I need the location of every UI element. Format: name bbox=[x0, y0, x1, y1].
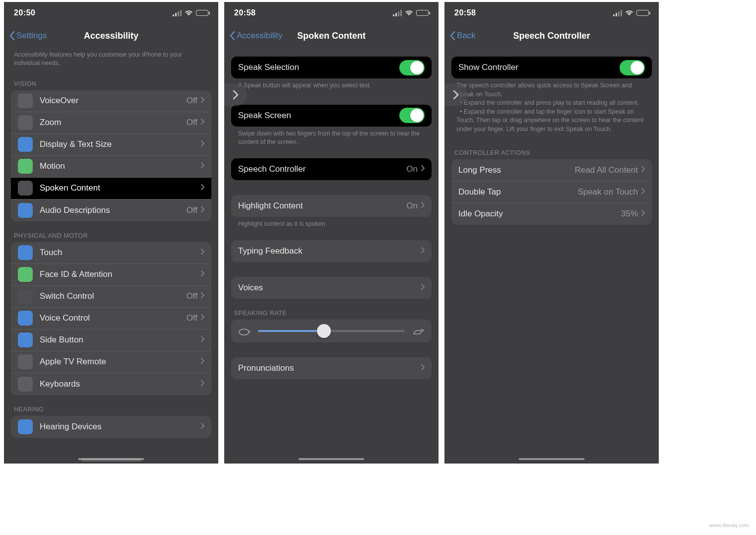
chevron-left-icon bbox=[9, 31, 15, 41]
back-button[interactable]: Accessibility bbox=[229, 31, 283, 41]
list: Show Controller bbox=[451, 57, 652, 78]
row-icon bbox=[18, 377, 33, 392]
turtle-icon bbox=[238, 327, 251, 335]
chevron bbox=[421, 201, 425, 210]
list: Pronunciations bbox=[231, 357, 432, 379]
home-indicator[interactable] bbox=[299, 458, 365, 460]
settings-row[interactable]: Voice ControlOff bbox=[11, 308, 211, 330]
row-label: Idle Opacity bbox=[458, 209, 621, 219]
row-label: Speech Controller bbox=[238, 164, 406, 174]
row-label: Spoken Content bbox=[40, 183, 200, 193]
chevron-right-icon bbox=[200, 140, 204, 147]
toggle-row[interactable]: Show Controller bbox=[451, 57, 652, 78]
row-label: Display & Text Size bbox=[40, 139, 200, 149]
row-value: 35% bbox=[621, 209, 638, 219]
status-right bbox=[393, 10, 429, 16]
row-label: Motion bbox=[40, 161, 200, 171]
row-icon bbox=[18, 419, 33, 434]
chevron-right-icon bbox=[641, 209, 645, 216]
battery-icon bbox=[416, 10, 429, 16]
row-icon bbox=[18, 159, 33, 174]
row-icon bbox=[18, 333, 33, 347]
link-row[interactable]: Long PressRead All Content bbox=[451, 159, 652, 181]
slider-container bbox=[231, 320, 432, 342]
section-header: PHYSICAL AND MOTOR bbox=[4, 221, 218, 242]
row-icon bbox=[18, 245, 33, 260]
settings-row[interactable]: Keyboards bbox=[11, 373, 211, 395]
link-row[interactable]: Speech ControllerOn bbox=[231, 158, 432, 180]
settings-row[interactable]: Side Button bbox=[11, 330, 211, 351]
row-label: Face ID & Attention bbox=[40, 269, 200, 279]
status-bar: 20:50 bbox=[4, 2, 218, 24]
settings-row[interactable]: Audio DescriptionsOff bbox=[11, 200, 211, 221]
row-label: Voice Control bbox=[40, 313, 187, 323]
link-row[interactable]: Typing Feedback bbox=[231, 240, 432, 262]
chevron-right-icon bbox=[200, 184, 204, 191]
chevron-right-icon bbox=[421, 165, 425, 172]
settings-row[interactable]: Switch ControlOff bbox=[11, 286, 211, 308]
settings-row[interactable]: Apple TV Remote bbox=[11, 351, 211, 373]
back-button[interactable]: Settings bbox=[9, 31, 47, 41]
expand-overlay[interactable] bbox=[224, 83, 247, 106]
chevron-right-icon bbox=[200, 162, 204, 169]
back-label: Settings bbox=[16, 31, 47, 41]
toggle-row[interactable]: Speak Screen bbox=[231, 105, 432, 127]
row-value: Off bbox=[187, 313, 197, 323]
chevron bbox=[200, 314, 204, 323]
chevron bbox=[421, 165, 425, 174]
chevron-right-icon bbox=[421, 247, 425, 254]
toggle-switch[interactable] bbox=[620, 60, 645, 75]
chevron bbox=[641, 166, 645, 175]
wifi-icon bbox=[625, 10, 633, 16]
chevron-right-icon bbox=[421, 283, 425, 290]
row-icon bbox=[18, 181, 33, 196]
settings-row[interactable]: Hearing Devices bbox=[11, 416, 211, 438]
row-label: Speak Screen bbox=[238, 111, 399, 121]
status-bar: 20:58 bbox=[444, 2, 659, 24]
intro-text: Accessibility features help you customis… bbox=[4, 48, 218, 69]
settings-row[interactable]: VoiceOverOff bbox=[11, 90, 211, 112]
link-row[interactable]: Double TapSpeak on Touch bbox=[451, 181, 652, 203]
link-row[interactable]: Idle Opacity35% bbox=[451, 203, 652, 225]
chevron bbox=[200, 422, 204, 431]
row-label: Long Press bbox=[458, 165, 574, 175]
slider-thumb[interactable] bbox=[317, 324, 331, 338]
link-row[interactable]: Pronunciations bbox=[231, 357, 432, 379]
row-label: Keyboards bbox=[40, 379, 200, 389]
row-icon bbox=[18, 311, 33, 326]
back-label: Accessibility bbox=[237, 31, 283, 41]
row-value: Off bbox=[187, 291, 197, 301]
row-label: VoiceOver bbox=[40, 96, 187, 106]
speaking-rate-slider[interactable] bbox=[231, 320, 432, 342]
list: Voices bbox=[231, 277, 432, 299]
chevron bbox=[200, 270, 204, 279]
section-header: CONTROLLER ACTIONS bbox=[444, 138, 659, 159]
settings-row[interactable]: Motion bbox=[11, 156, 211, 178]
chevron-right-icon bbox=[641, 188, 645, 195]
spacer bbox=[224, 180, 439, 189]
toggle-row[interactable]: Speak Selection bbox=[231, 57, 432, 78]
expand-overlay[interactable] bbox=[444, 83, 467, 106]
row-icon bbox=[18, 137, 33, 152]
section-header: VISION bbox=[4, 69, 218, 90]
toggle-switch[interactable] bbox=[399, 60, 425, 75]
nav-bar: Back Speech Controller bbox=[444, 24, 659, 48]
link-row[interactable]: Voices bbox=[231, 277, 432, 299]
settings-row[interactable]: ZoomOff bbox=[11, 112, 211, 134]
back-button[interactable]: Back bbox=[449, 31, 476, 41]
chevron bbox=[200, 335, 204, 344]
row-icon bbox=[18, 267, 33, 282]
settings-row[interactable]: Touch bbox=[11, 242, 211, 264]
status-right bbox=[173, 10, 208, 16]
home-indicator[interactable] bbox=[519, 458, 585, 460]
chevron bbox=[200, 118, 204, 127]
home-indicator[interactable] bbox=[78, 458, 144, 460]
toggle-switch[interactable] bbox=[399, 108, 425, 123]
link-row[interactable]: Highlight ContentOn bbox=[231, 195, 432, 217]
list: TouchFace ID & AttentionSwitch ControlOf… bbox=[11, 242, 211, 395]
cellular-icon bbox=[393, 10, 402, 16]
chevron-right-icon bbox=[200, 248, 204, 255]
settings-row[interactable]: Face ID & Attention bbox=[11, 264, 211, 286]
settings-row[interactable]: Display & Text Size bbox=[11, 134, 211, 156]
settings-row[interactable]: Spoken Content bbox=[11, 178, 211, 200]
